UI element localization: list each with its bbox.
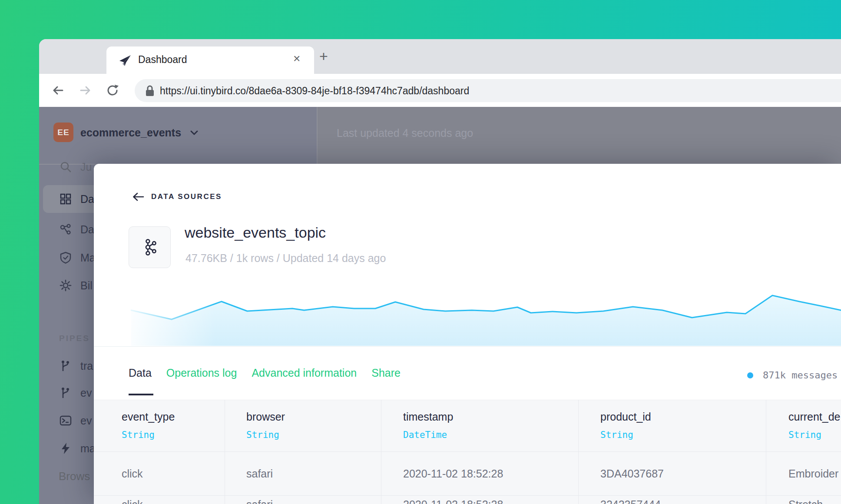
column-header-type: String (788, 430, 821, 440)
pipe-item-2[interactable]: ev (59, 384, 92, 401)
table-cell: 3DA4037687 (600, 468, 664, 480)
pipe-item-4[interactable]: ma (59, 440, 96, 457)
column-divider (381, 400, 381, 504)
data-source-modal: DATA SOURCES website_events_topic 47.76K… (94, 164, 841, 504)
tab-operations-log[interactable]: Operations log (166, 367, 237, 379)
tinybird-favicon (118, 53, 132, 67)
shield-icon (59, 251, 72, 264)
column-header-type: DateTime (403, 430, 447, 440)
column-header-name: browser (246, 411, 285, 423)
pipe-item-3[interactable]: ev (59, 412, 92, 429)
table-cell: 2020-11-02 18:52:28 (403, 498, 503, 504)
datasource-icon-box (129, 226, 171, 268)
last-updated-text: Last updated 4 seconds ago (337, 127, 473, 139)
branch-icon (59, 359, 72, 372)
detail-tabs: Data Operations log Advanced information… (129, 367, 401, 379)
pipe-item-1[interactable]: tra (59, 357, 93, 375)
flow-icon (59, 223, 72, 236)
sidebar-item-data-sources[interactable]: Da (59, 190, 94, 208)
table-row: clicksafari2020-11-02 18:52:283242357444… (94, 495, 841, 504)
screen: Dashboard × + https://ui.tinybird.c (0, 0, 841, 504)
sidebar-item-jump[interactable]: Ju (59, 158, 92, 176)
arrow-left-icon (132, 192, 144, 202)
search-icon (59, 160, 72, 173)
gear-icon (59, 279, 72, 292)
terminal-icon (59, 414, 72, 427)
column-header-type: String (122, 430, 155, 440)
sidebar-footer-label[interactable]: Brows (59, 470, 90, 483)
back-icon[interactable] (51, 83, 65, 97)
back-to-data-sources[interactable]: DATA SOURCES (132, 192, 222, 202)
branch-icon (59, 386, 72, 399)
messages-count: 871k messages (763, 370, 838, 381)
column-header-type: String (600, 430, 633, 440)
table-cell: Stretch (788, 498, 823, 504)
column-header-name: product_id (600, 411, 651, 423)
datasource-title: website_events_topic (185, 224, 326, 241)
url-text: https://ui.tinybird.co/8dae6a-8309-84je-… (160, 85, 469, 97)
workspace-avatar[interactable]: EE (53, 123, 73, 142)
sidebar-item-label: Da (80, 223, 94, 236)
active-tab-underline (129, 394, 153, 395)
workspace-name[interactable]: ecommerce_events (80, 126, 181, 139)
pipe-item-label: ma (80, 442, 96, 455)
sidebar-item-managing[interactable]: Ma (59, 249, 96, 266)
lock-icon (144, 85, 156, 97)
pipe-item-label: ev (80, 387, 92, 399)
sidebar-item-label: Bil (80, 279, 93, 292)
tab-title: Dashboard (138, 54, 187, 66)
pipes-section-label: PIPES (59, 334, 90, 343)
table-cell: 3242357444 (600, 498, 661, 504)
messages-dot-icon (747, 372, 753, 378)
messages-badge: 871k messages (747, 370, 838, 381)
header-vertical-divider (317, 107, 318, 164)
tab-advanced-information[interactable]: Advanced information (252, 367, 357, 379)
tab-close-icon[interactable]: × (293, 53, 300, 65)
tab-data[interactable]: Data (129, 367, 152, 379)
sparkline-left-fade (94, 287, 215, 347)
forward-icon[interactable] (78, 83, 92, 97)
column-header-type: String (246, 430, 279, 440)
chevron-down-icon[interactable] (189, 129, 199, 137)
sidebar-item-billing[interactable]: Bil (59, 277, 93, 294)
table-cell: safari (246, 498, 273, 504)
sidebar-item-label: Ma (80, 252, 96, 264)
reload-icon[interactable] (105, 83, 120, 98)
table-cell: safari (246, 468, 273, 480)
new-tab-button[interactable]: + (319, 49, 328, 63)
column-divider (578, 400, 579, 504)
table-cell: Embroider (788, 468, 838, 480)
table-cell: click (122, 468, 143, 480)
table-header-row: event_typeStringbrowserStringtimestampDa… (94, 400, 841, 452)
browser-toolbar: https://ui.tinybird.co/8dae6a-8309-84je-… (39, 74, 841, 107)
sidebar-item-data-flow[interactable]: Da (59, 221, 94, 238)
url-bar[interactable]: https://ui.tinybird.co/8dae6a-8309-84je-… (135, 79, 841, 102)
column-divider (225, 400, 225, 504)
pipe-item-label: ev (80, 414, 92, 427)
column-header-name: current_de (788, 411, 841, 423)
column-divider (766, 400, 766, 504)
browser-tab-strip: Dashboard × + (39, 39, 841, 74)
grid-icon (59, 192, 72, 206)
table-cell: click (122, 498, 143, 504)
column-header-name: event_type (122, 411, 175, 423)
table-row: clicksafari2020-11-02 18:52:283DA4037687… (94, 452, 841, 495)
kafka-icon (140, 237, 160, 257)
pipe-item-label: tra (80, 360, 93, 372)
table-cell: 2020-11-02 18:52:28 (403, 468, 503, 480)
column-header-name: timestamp (403, 411, 453, 423)
datasource-meta: 47.76KB / 1k rows / Updated 14 days ago (185, 252, 386, 265)
browser-tab[interactable]: Dashboard × (106, 46, 314, 74)
back-label: DATA SOURCES (151, 192, 222, 201)
tab-share[interactable]: Share (371, 367, 401, 379)
bolt-icon (59, 442, 72, 455)
sidebar-item-label: Ju (80, 161, 92, 173)
sparkline-baseline (94, 346, 841, 347)
sidebar-item-label: Da (80, 193, 94, 206)
